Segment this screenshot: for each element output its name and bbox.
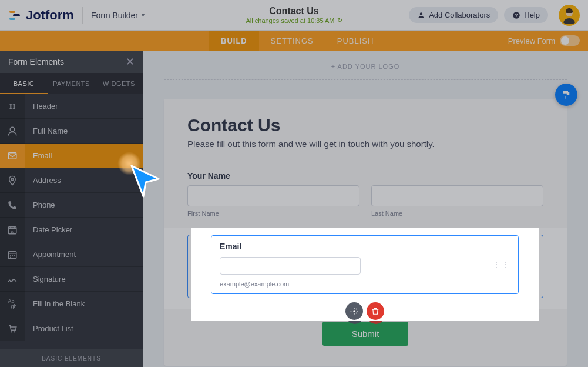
user-icon <box>7 126 18 136</box>
save-status: All changes saved at 10:35 AM ↻ <box>246 16 342 24</box>
email-hint: example@example.com <box>197 282 533 289</box>
element-label: Product List <box>25 324 73 333</box>
trash-icon <box>372 311 380 319</box>
calendar-icon: 10 <box>7 225 18 235</box>
submit-button[interactable]: Submit <box>322 322 409 346</box>
cart-icon <box>7 323 18 334</box>
element-label: Full Name <box>25 126 68 135</box>
first-name-input[interactable] <box>187 185 359 206</box>
brand-logo[interactable]: Jotform <box>8 8 74 23</box>
element-email[interactable]: Email <box>0 144 143 168</box>
element-label: Signature <box>25 275 66 283</box>
element-datepicker[interactable]: 10 Date Picker <box>0 218 143 242</box>
svg-rect-0 <box>9 11 15 13</box>
jotform-logo-icon <box>8 8 22 22</box>
sidebar: Form Elements ✕ BASIC PAYMENTS WIDGETS H… <box>0 51 143 367</box>
add-logo-row[interactable]: + ADD YOUR LOGO <box>164 58 567 80</box>
form-title[interactable]: Contact Us <box>246 6 342 16</box>
element-fullname[interactable]: Full Name <box>0 119 143 144</box>
element-phone[interactable]: Phone <box>0 193 143 218</box>
topbar: Jotform Form Builder ▾ Contact Us All ch… <box>0 0 588 31</box>
sidebar-title: Form Elements <box>8 57 64 66</box>
form-builder-dropdown[interactable]: Form Builder ▾ <box>91 11 145 20</box>
tab-widgets[interactable]: WIDGETS <box>95 73 143 94</box>
avatar[interactable] <box>559 5 580 26</box>
phone-icon <box>7 200 18 211</box>
element-label: Date Picker <box>25 225 72 234</box>
svg-point-20 <box>354 314 356 316</box>
element-label: Header <box>25 102 58 111</box>
blank-icon: Ab_gh <box>8 299 16 309</box>
last-name-sublabel: Last Name <box>371 210 543 217</box>
email-label: Email <box>197 243 533 253</box>
pin-icon <box>7 175 18 186</box>
svg-rect-1 <box>13 14 20 16</box>
sidebar-tabs: BASIC PAYMENTS WIDGETS <box>0 73 143 94</box>
form-canvas: + ADD YOUR LOGO Contact Us Please fill o… <box>143 51 588 367</box>
signature-icon <box>7 274 18 285</box>
email-input[interactable] <box>197 259 338 276</box>
form-builder-label: Form Builder <box>91 11 138 20</box>
name-label: Your Name <box>187 171 543 181</box>
paint-roller-icon <box>561 89 572 100</box>
field-delete-button[interactable] <box>367 306 385 324</box>
last-name-input[interactable] <box>371 185 543 206</box>
brand-text: Jotform <box>26 8 74 23</box>
preview-toggle[interactable] <box>560 35 580 46</box>
add-collaborators-button[interactable]: Add Collaborators <box>409 7 498 23</box>
svg-rect-9 <box>8 152 16 159</box>
form-header-title: Contact Us <box>187 115 543 135</box>
element-label: Email <box>25 151 52 160</box>
svg-point-3 <box>420 12 423 15</box>
help-button[interactable]: ? Help <box>504 7 548 23</box>
email-field-spotlight: Email example@example.com ⋮⋮⋮⋮ <box>164 228 567 309</box>
nav-tab-settings[interactable]: SETTINGS <box>259 31 325 51</box>
email-icon <box>7 151 18 161</box>
email-field-block[interactable]: Email example@example.com ⋮⋮⋮⋮ <box>187 235 543 298</box>
svg-point-17 <box>10 256 11 258</box>
tab-payments[interactable]: PAYMENTS <box>48 73 95 94</box>
form-header-block[interactable]: Contact Us Please fill out this form and… <box>164 99 567 161</box>
question-icon: ? <box>512 11 520 19</box>
svg-point-8 <box>10 127 15 132</box>
field-settings-button[interactable] <box>346 306 364 324</box>
preview-label: Preview Form <box>508 36 555 45</box>
svg-text:?: ? <box>515 12 518 18</box>
element-fillblank[interactable]: Ab_gh Fill in the Blank <box>0 292 143 316</box>
avatar-icon <box>560 6 579 25</box>
element-label: Address <box>25 176 61 185</box>
form-card: Contact Us Please fill out this form and… <box>164 99 567 366</box>
svg-point-18 <box>11 331 12 332</box>
svg-text:10: 10 <box>11 229 14 233</box>
element-productlist[interactable]: Product List <box>0 316 143 341</box>
sidebar-header: Form Elements ✕ <box>0 51 143 73</box>
nav-tab-build[interactable]: BUILD <box>209 31 259 51</box>
svg-point-19 <box>14 331 15 332</box>
close-icon[interactable]: ✕ <box>126 56 135 67</box>
element-label: Phone <box>25 201 55 209</box>
svg-point-14 <box>10 255 11 256</box>
svg-point-16 <box>14 255 15 256</box>
sidebar-footer: BASIC ELEMENTS <box>0 349 143 367</box>
svg-point-10 <box>11 178 14 180</box>
chevron-down-icon: ▾ <box>142 12 145 18</box>
form-designer-fab[interactable] <box>555 84 577 106</box>
appointment-icon <box>7 249 18 260</box>
undo-icon: ↻ <box>337 16 342 24</box>
form-header-subtitle: Please fill out this form and we will ge… <box>187 139 543 149</box>
element-address[interactable]: Address <box>0 168 143 193</box>
element-appointment[interactable]: Appointment <box>0 242 143 267</box>
user-icon <box>417 11 425 19</box>
navbar: BUILD SETTINGS PUBLISH Preview Form <box>0 31 588 51</box>
svg-rect-2 <box>9 18 15 20</box>
nav-tab-publish[interactable]: PUBLISH <box>325 31 386 51</box>
top-center: Contact Us All changes saved at 10:35 AM… <box>246 6 342 24</box>
element-header[interactable]: H Header <box>0 94 143 119</box>
element-signature[interactable]: Signature <box>0 267 143 292</box>
element-list: H Header Full Name Email Address Phone 1… <box>0 94 143 349</box>
first-name-sublabel: First Name <box>187 210 359 217</box>
gear-icon <box>351 311 359 319</box>
name-field-block[interactable]: Your Name First Name Last Name <box>187 171 543 217</box>
drag-handle-icon[interactable]: ⋮⋮⋮⋮ <box>517 263 536 270</box>
tab-basic[interactable]: BASIC <box>0 73 48 94</box>
